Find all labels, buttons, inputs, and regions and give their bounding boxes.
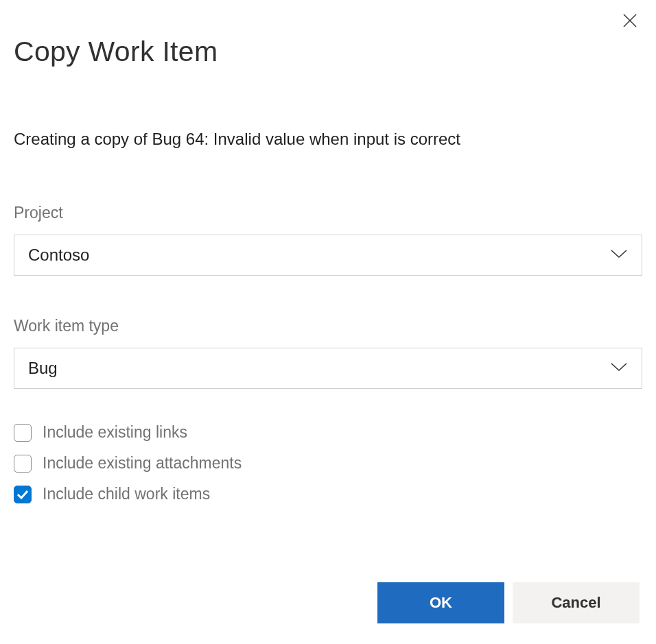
work-item-type-label: Work item type [14, 317, 642, 335]
checkbox-box [14, 424, 32, 442]
include-children-checkbox[interactable]: Include child work items [14, 485, 642, 503]
close-icon [622, 13, 637, 31]
work-item-type-field: Work item type Bug [14, 317, 642, 389]
project-value: Contoso [28, 246, 610, 265]
checkbox-label: Include child work items [43, 485, 210, 503]
cancel-button[interactable]: Cancel [513, 582, 640, 623]
dialog-title: Copy Work Item [14, 36, 642, 68]
work-item-type-select[interactable]: Bug [14, 348, 642, 389]
checkbox-box [14, 455, 32, 473]
dialog-footer: OK Cancel [377, 582, 640, 623]
project-label: Project [14, 204, 642, 222]
close-button[interactable] [619, 11, 641, 33]
include-links-checkbox[interactable]: Include existing links [14, 423, 642, 442]
dialog-subtitle: Creating a copy of Bug 64: Invalid value… [14, 130, 642, 149]
chevron-down-icon [610, 249, 628, 261]
work-item-type-value: Bug [28, 359, 610, 378]
checkbox-label: Include existing links [43, 423, 187, 442]
chevron-down-icon [610, 362, 628, 374]
project-select[interactable]: Contoso [14, 235, 642, 276]
project-field: Project Contoso [14, 204, 642, 276]
checkbox-box [14, 486, 32, 503]
ok-button[interactable]: OK [377, 582, 504, 623]
checkbox-label: Include existing attachments [43, 454, 242, 473]
include-attachments-checkbox[interactable]: Include existing attachments [14, 454, 642, 473]
options-list: Include existing links Include existing … [14, 423, 642, 503]
